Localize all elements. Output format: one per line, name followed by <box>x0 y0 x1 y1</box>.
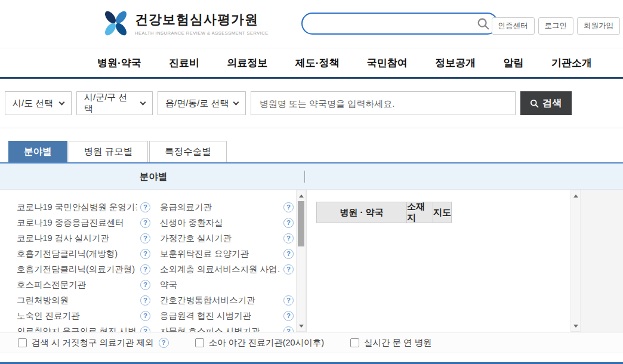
nav-item[interactable]: 기관소개 <box>551 56 592 70</box>
checkbox[interactable] <box>350 338 359 347</box>
option-checkbox-row[interactable]: 검색 시 거짓청구 의료기관 제외 <box>18 337 169 348</box>
help-icon[interactable] <box>283 218 294 228</box>
results-scrollbar[interactable] <box>570 190 581 332</box>
category-item[interactable]: 의료취약지 응급의료 협진 시범 <box>17 323 150 332</box>
help-icon[interactable] <box>140 249 150 259</box>
region-select[interactable]: 읍/면/동/로 선택 <box>158 91 246 115</box>
region-select-value: 시/군/구 선택 <box>84 92 136 115</box>
header-utility-button[interactable]: 회원가입 <box>577 17 620 35</box>
results-column-header: 지도 <box>433 202 452 223</box>
category-label: 간호간병통합서비스기관 <box>160 295 255 306</box>
search-options-bar: 검색 시 거짓청구 의료기관 제외 소아 야간 진료기관(20시이후) 실시간 … <box>0 332 623 353</box>
option-label: 실시간 문 연 병원 <box>364 337 432 348</box>
scroll-up-icon[interactable] <box>571 192 580 200</box>
category-label: 보훈위탁진료 요양기관 <box>160 248 249 260</box>
option-checkbox-row[interactable]: 소아 야간 진료기관(20시이후) <box>195 337 324 348</box>
category-item[interactable]: 코로나19 국민안심병원 운영기관 <box>17 199 150 215</box>
nav-item[interactable]: 제도·정책 <box>295 56 340 70</box>
category-item[interactable]: 자문형 호스피스 시범기관 <box>160 323 294 332</box>
category-tab-label: 특정수술별 <box>165 146 211 156</box>
help-icon[interactable] <box>283 249 294 259</box>
checkbox[interactable] <box>195 338 204 347</box>
scrollbar-thumb[interactable] <box>298 201 304 246</box>
category-tab-label: 분야별 <box>24 146 52 156</box>
search-button[interactable]: 검색 <box>520 91 572 115</box>
category-item[interactable]: 응급의료기관 <box>160 199 294 215</box>
category-item[interactable]: 코로나19 검사 실시기관 <box>17 230 150 246</box>
help-icon[interactable] <box>283 295 294 306</box>
category-item[interactable]: 가정간호 실시기관 <box>160 230 294 246</box>
help-icon[interactable] <box>140 264 150 274</box>
help-icon[interactable] <box>140 311 150 321</box>
header-utility-button[interactable]: 인증센터 <box>492 17 535 35</box>
category-label: 그린처방의원 <box>17 295 69 306</box>
category-item[interactable]: 신생아 중환자실 <box>160 215 294 230</box>
global-search-box <box>301 13 498 35</box>
panel-title: 분야별 <box>0 164 307 189</box>
region-select[interactable]: 시/군/구 선택 <box>76 91 153 115</box>
category-item[interactable]: 호흡기전담클리닉(의료기관형) <box>17 261 150 277</box>
category-item[interactable]: 응급원격 협진 시범기관 <box>160 308 294 323</box>
keyword-input[interactable] <box>251 91 516 115</box>
help-icon[interactable] <box>140 280 150 290</box>
scroll-down-icon[interactable] <box>571 322 580 330</box>
hira-logo-icon <box>103 10 129 37</box>
category-label: 의료취약지 응급의료 협진 시범 <box>17 326 137 332</box>
category-item[interactable]: 보훈위탁진료 요양기관 <box>160 246 294 261</box>
category-tab[interactable]: 병원 규모별 <box>69 141 149 162</box>
panel-divider <box>304 171 305 183</box>
category-item[interactable]: 간호간병통합서비스기관 <box>160 292 294 308</box>
right-filler <box>581 190 623 332</box>
panel-vertical-divider <box>306 190 307 332</box>
help-icon[interactable] <box>283 233 294 243</box>
category-label: 노숙인 진료기관 <box>17 310 80 322</box>
help-icon[interactable] <box>283 326 294 332</box>
category-item[interactable]: 소외계층 의료서비스지원 사업… <box>160 261 294 277</box>
category-list-scrollbar[interactable] <box>296 190 306 332</box>
category-tab[interactable]: 특정수술별 <box>149 141 227 162</box>
region-select-value: 시/도 선택 <box>13 98 53 109</box>
nav-item[interactable]: 진료비 <box>169 56 199 70</box>
nav-item[interactable]: 정보공개 <box>435 56 476 70</box>
help-icon[interactable] <box>140 295 150 306</box>
help-icon[interactable] <box>159 338 169 348</box>
header-utility-button[interactable]: 로그인 <box>538 17 574 35</box>
category-item[interactable]: 호흡기전담클리닉(개방형) <box>17 246 150 261</box>
category-item[interactable]: 코로나19 중증응급진료센터 <box>17 215 150 230</box>
category-item[interactable]: 노숙인 진료기관 <box>17 308 150 323</box>
content-area: 코로나19 국민안심병원 운영기관 코로나19 중증응급진료센터 코로나19 검… <box>0 190 623 332</box>
hira-logo[interactable]: 건강보험심사평가원 HEALTH INSURANCE REVIEW & ASSE… <box>103 10 269 37</box>
category-item[interactable]: 약국 <box>160 277 294 292</box>
category-tab[interactable]: 분야별 <box>8 141 67 162</box>
scroll-down-icon[interactable] <box>297 322 306 330</box>
help-icon[interactable] <box>283 202 294 212</box>
chevron-down-icon <box>140 100 146 106</box>
category-column-1: 코로나19 국민안심병원 운영기관 코로나19 중증응급진료센터 코로나19 검… <box>17 199 150 332</box>
category-item[interactable]: 호스피스전문기관 <box>17 277 150 292</box>
category-label: 호흡기전담클리닉(개방형) <box>17 248 118 260</box>
option-checkbox-row[interactable]: 실시간 문 연 병원 <box>350 337 432 348</box>
category-item[interactable]: 그린처방의원 <box>17 292 150 308</box>
scroll-up-icon[interactable] <box>297 192 306 200</box>
checkbox[interactable] <box>18 338 27 347</box>
category-label: 코로나19 검사 실시기관 <box>17 233 109 244</box>
category-column-2: 응급의료기관 신생아 중환자실 가정간호 실시기관 보훈위탁진료 요양기관 소외… <box>160 199 294 332</box>
region-select[interactable]: 시/도 선택 <box>5 91 72 115</box>
results-column-header: 병원 · 약국 <box>316 202 407 223</box>
nav-item[interactable]: 병원·약국 <box>97 56 141 70</box>
nav-item[interactable]: 의료정보 <box>227 56 267 70</box>
help-icon[interactable] <box>283 311 294 321</box>
help-icon[interactable] <box>140 218 150 228</box>
category-label: 호스피스전문기관 <box>17 279 86 291</box>
help-icon[interactable] <box>140 233 150 243</box>
panel-header: 분야별 <box>0 164 623 190</box>
help-icon[interactable] <box>283 264 294 274</box>
nav-item[interactable]: 알림 <box>504 56 524 70</box>
nav-item[interactable]: 국민참여 <box>367 56 408 70</box>
global-search-input[interactable] <box>313 19 477 29</box>
help-icon[interactable] <box>140 202 150 212</box>
category-label: 약국 <box>160 279 177 291</box>
search-icon[interactable] <box>477 17 490 30</box>
category-label: 호흡기전담클리닉(의료기관형) <box>17 264 135 275</box>
help-icon[interactable] <box>140 326 150 332</box>
